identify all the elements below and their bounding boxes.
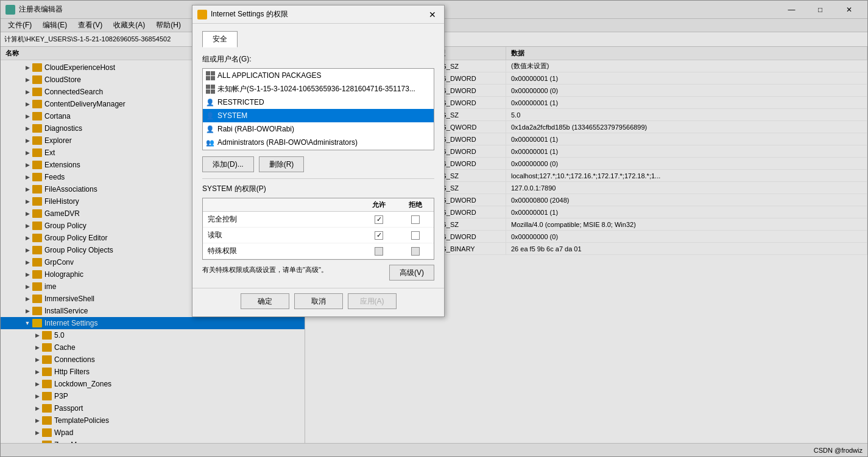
user-label: Rabi (RABI-OWO\Rabi) [217, 125, 294, 133]
user-icon-grid [205, 84, 215, 94]
user-item-unknown[interactable]: 未知帐户(S-1-15-3-1024-1065365936-1281604716… [203, 82, 434, 96]
perm-deny-fullcontrol [397, 215, 434, 224]
user-label: RESTRICTED [217, 98, 264, 106]
perm-row-read: 读取 [203, 228, 434, 243]
user-icon-person: 👤 [205, 111, 215, 120]
cancel-button[interactable]: 取消 [294, 293, 343, 309]
dialog-footer: 确定 取消 应用(A) [192, 288, 444, 316]
dialog-tab-bar: 安全 [202, 31, 434, 47]
remove-button[interactable]: 删除(R) [259, 156, 305, 172]
user-icon-person: 👤 [205, 97, 215, 107]
ok-button[interactable]: 确定 [241, 293, 289, 309]
checkbox-special-allow[interactable] [375, 247, 383, 256]
user-item-rabi[interactable]: 👤 Rabi (RABI-OWO\Rabi) [203, 122, 434, 136]
perm-deny-special [397, 247, 434, 256]
checkbox-fullcontrol-deny[interactable] [411, 215, 420, 224]
perm-name-read: 读取 [203, 230, 361, 240]
permissions-table: 允许 拒绝 完全控制 读取 [202, 198, 434, 260]
dialog-title-left: Internet Settings 的权限 [197, 9, 288, 19]
dialog-title-text: Internet Settings 的权限 [211, 9, 288, 19]
user-icon-person: 👤 [205, 124, 215, 134]
user-item-all-app-packages[interactable]: ALL APPLICATION PACKAGES [203, 69, 434, 82]
dialog-body: 安全 组或用户名(G): ALL APPLICATION [192, 24, 444, 288]
svg-rect-7 [203, 15, 206, 18]
checkbox-read-deny[interactable] [411, 231, 420, 240]
user-icon-person: 👥 [205, 138, 215, 147]
advanced-button[interactable]: 高级(V) [389, 265, 434, 281]
perm-allow-fullcontrol [361, 215, 397, 224]
dialog-close-button[interactable]: ✕ [426, 8, 439, 21]
dialog-note: 有关特殊权限或高级设置，请单击"高级"。 [202, 265, 328, 274]
permissions-label: SYSTEM 的权限(P) [202, 178, 434, 194]
svg-rect-5 [203, 11, 206, 14]
checkbox-fullcontrol-allow[interactable] [375, 215, 383, 224]
perm-row-special: 特殊权限 [203, 243, 434, 259]
user-label: ALL APPLICATION PACKAGES [217, 71, 322, 80]
checkbox-special-deny[interactable] [411, 247, 420, 256]
user-label: Administrators (RABI-OWO\Administrators) [217, 138, 358, 147]
checkbox-read-allow[interactable] [375, 231, 383, 240]
svg-rect-6 [199, 15, 202, 18]
svg-rect-4 [199, 11, 202, 14]
perm-name-special: 特殊权限 [203, 246, 361, 256]
apply-button[interactable]: 应用(A) [348, 293, 397, 309]
perm-col-header-allow: 允许 [361, 200, 397, 209]
users-list-box[interactable]: ALL APPLICATION PACKAGES 未知帐户(S-1-15-3-1… [202, 68, 434, 150]
user-label: 未知帐户(S-1-15-3-1024-1065365936-1281604716… [217, 84, 415, 94]
dialog-icon [197, 10, 207, 19]
note-advanced-row: 有关特殊权限或高级设置，请单击"高级"。 高级(V) [202, 265, 434, 281]
user-item-administrators[interactable]: 👥 Administrators (RABI-OWO\Administrator… [203, 136, 434, 149]
tab-security[interactable]: 安全 [202, 31, 238, 47]
user-icon-grid [205, 71, 215, 80]
perm-deny-read [397, 231, 434, 240]
dialog-title-bar: Internet Settings 的权限 ✕ [192, 5, 444, 24]
perm-allow-special [361, 247, 397, 256]
user-item-system[interactable]: 👤 SYSTEM [203, 109, 434, 122]
add-remove-row: 添加(D)... 删除(R) [202, 156, 434, 172]
user-label: SYSTEM [217, 111, 247, 120]
user-item-restricted[interactable]: 👤 RESTRICTED [203, 96, 434, 109]
add-button[interactable]: 添加(D)... [202, 156, 254, 172]
permissions-dialog: Internet Settings 的权限 ✕ 安全 组或用户名(G): [192, 5, 445, 317]
dialog-overlay: Internet Settings 的权限 ✕ 安全 组或用户名(G): [0, 0, 868, 457]
perm-row-fullcontrol: 完全控制 [203, 212, 434, 228]
perm-name-fullcontrol: 完全控制 [203, 214, 361, 225]
perm-table-header: 允许 拒绝 [203, 198, 434, 212]
perm-col-header-deny: 拒绝 [397, 200, 434, 209]
group-users-label: 组或用户名(G): [202, 54, 434, 65]
perm-allow-read [361, 231, 397, 240]
